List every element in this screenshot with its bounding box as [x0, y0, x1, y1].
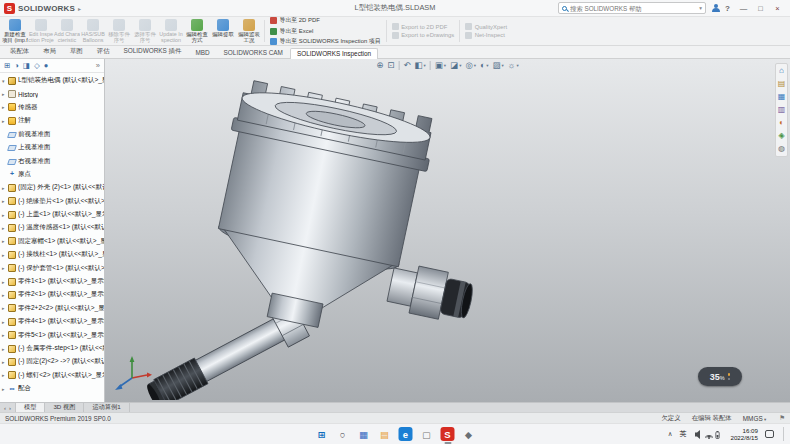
menu-expand-caret-icon[interactable]: ▸: [78, 5, 81, 12]
taskbar-file-explorer-icon[interactable]: ▤: [378, 427, 392, 441]
zoom-to-area-icon[interactable]: ⊡: [387, 60, 394, 70]
appearances-scenes-icon[interactable]: ◐: [779, 119, 784, 127]
tab-assembly[interactable]: 装配体: [3, 45, 36, 58]
tree-item[interactable]: ▸(-) 螺钉<2> (默认<<默认>_显示状态 1>): [0, 369, 104, 382]
side-connector[interactable]: [386, 261, 476, 325]
propertymanager-tab[interactable]: ◑: [14, 61, 19, 70]
tree-item[interactable]: 右视基准面: [0, 154, 104, 167]
tab-sketch[interactable]: 草图: [63, 45, 90, 58]
taskbar-app-dark-icon[interactable]: ◆: [462, 427, 476, 441]
tree-item[interactable]: +原点: [0, 168, 104, 181]
ime-indicator[interactable]: 英: [679, 429, 686, 439]
export-excel-button[interactable]: 导出至 Excel: [270, 27, 381, 36]
tree-item[interactable]: ▸零件2+2<2> (默认<<默认>_显示状态: [0, 302, 104, 315]
help-icon[interactable]: ?: [725, 4, 730, 13]
taskbar-task-view-icon[interactable]: ▦: [357, 427, 371, 441]
model-l-type-armored-thermocouple[interactable]: [105, 59, 790, 400]
file-explorer-icon[interactable]: ▦: [778, 93, 786, 101]
edit-inspection-method-button[interactable]: 编辑检查方式: [184, 18, 210, 44]
forum-icon[interactable]: ◍: [778, 145, 785, 153]
section-view-icon[interactable]: ◧▾: [415, 60, 426, 70]
taskbar-start-icon[interactable]: ⊞: [315, 427, 329, 441]
taskbar-clock[interactable]: 16:09 2022/8/15: [730, 427, 758, 442]
net-inspect-button[interactable]: Net-Inspect: [465, 32, 507, 39]
displaymanager-tab[interactable]: ●: [44, 61, 49, 70]
dimxpertmanager-tab[interactable]: ◇: [34, 61, 40, 70]
tab-mbd[interactable]: MBD: [188, 47, 216, 58]
panel-flyout-chevron[interactable]: »: [96, 61, 100, 70]
connection-head[interactable]: [195, 78, 507, 357]
update-inspection-button[interactable]: Update Inspection: [158, 18, 184, 44]
tree-item[interactable]: ▸传感器: [0, 101, 104, 114]
login-icon[interactable]: [711, 4, 720, 13]
taskbar-app-gray-icon[interactable]: ▢: [420, 427, 434, 441]
tab-evaluate[interactable]: 评估: [90, 45, 117, 58]
tab-solidworks-addins[interactable]: SOLIDWORKS 插件: [117, 45, 189, 58]
select-balloons-button[interactable]: 选择零件序号: [132, 18, 158, 44]
maximize-button[interactable]: □: [752, 1, 769, 15]
previous-view-icon[interactable]: ↶: [403, 60, 410, 70]
qualityxpert-button[interactable]: QualityXpert: [465, 23, 507, 30]
export-to-2d-pdf-button[interactable]: Export to 2D PDF: [392, 23, 455, 30]
doc-tab-model[interactable]: 模型: [16, 403, 45, 412]
export-inspection-project-button[interactable]: 导出至 SOLIDWORKS Inspection 项目: [270, 37, 381, 46]
tree-item[interactable]: ▸(-) 温度传感器<1> (默认<<默认>_显示状: [0, 221, 104, 234]
doc-tab-3d-views[interactable]: 3D 视图: [45, 403, 84, 412]
tree-item[interactable]: 上视基准面: [0, 141, 104, 154]
scroll-tabs-right-icon[interactable]: ›: [9, 405, 11, 411]
view-settings-icon[interactable]: ☼▾: [508, 60, 519, 70]
view-palette-icon[interactable]: ▥: [778, 106, 786, 114]
edit-extraction-button[interactable]: 编辑提取: [210, 18, 236, 44]
search-caret-icon[interactable]: ▾: [699, 5, 702, 11]
search-input[interactable]: [570, 5, 696, 12]
tree-item[interactable]: ▸(-) 固定(2)<2> ->? (默认<<默认>_显示状: [0, 355, 104, 368]
tab-layout[interactable]: 布局: [36, 45, 63, 58]
add-characteristic-button[interactable]: Add Characteristic: [54, 18, 80, 44]
has-sub-balloons-button[interactable]: HAS/SUB Balloons: [80, 18, 106, 44]
taskbar-solidworks-icon[interactable]: S: [441, 427, 455, 441]
close-button[interactable]: ×: [769, 1, 786, 15]
tree-item[interactable]: ▸(固定) 外壳 (2)<1> (默认<<默认>_显示状态: [0, 181, 104, 194]
display-style-icon[interactable]: ◪▾: [450, 60, 461, 70]
minimize-button[interactable]: —: [735, 1, 752, 15]
zoom-to-fit-icon[interactable]: ⊕: [376, 60, 383, 70]
tree-item[interactable]: ▸零件2<1> (默认<<默认>_显示状态 1>): [0, 288, 104, 301]
doc-tab-motion-study-1[interactable]: 运动算例1: [84, 403, 129, 412]
help-search-box[interactable]: ▾: [558, 2, 706, 14]
tree-item[interactable]: ▸(-) 绝缘垫片<1> (默认<<默认>_显示状态: [0, 195, 104, 208]
design-library-icon[interactable]: ▤: [778, 80, 786, 88]
hidden-icons-chevron[interactable]: ∧: [668, 430, 673, 438]
custom-properties-icon[interactable]: ◈: [778, 132, 784, 140]
taskbar-edge-icon[interactable]: e: [399, 427, 413, 441]
notifications-icon[interactable]: [765, 430, 774, 438]
tree-item[interactable]: ▸History: [0, 87, 104, 100]
edit-inspection-project-button[interactable]: Edit Inspection Project: [28, 18, 54, 44]
tree-item[interactable]: ▸固定塞帽<1> (默认<<默认>_显示状态: [0, 235, 104, 248]
tree-item[interactable]: 前视基准面: [0, 128, 104, 141]
tree-item[interactable]: ▸零件4<1> (默认<<默认>_显示状态 1>): [0, 315, 104, 328]
tree-item[interactable]: ▸注解: [0, 114, 104, 127]
show-desktop-button[interactable]: [783, 427, 785, 441]
tree-item[interactable]: ▸(-) 接线柱<1> (默认<<默认>_显示状态: [0, 248, 104, 261]
tree-item[interactable]: ▸(-) 会属零件-step<1> (默认<<默认>_显示: [0, 342, 104, 355]
new-inspection-project-button[interactable]: 新建检查项目 (imp.fo): [2, 18, 28, 44]
tree-item[interactable]: ▸(-) 保护套管<1> (默认<<默认>_显示状态: [0, 261, 104, 274]
tree-item[interactable]: ▸∞配合: [0, 382, 104, 395]
tree-item[interactable]: ▸(-) 上盖<1> (默认<<默认>_显示状态: [0, 208, 104, 221]
tab-solidworks-cam[interactable]: SOLIDWORKS CAM: [217, 47, 290, 58]
edit-appearance-icon[interactable]: ◐▾: [480, 60, 488, 70]
export-2d-pdf-button[interactable]: 导出至 2D PDF: [270, 16, 381, 25]
edit-mounting-button[interactable]: 编辑监装工况: [236, 18, 262, 44]
scroll-tabs-left-icon[interactable]: ‹: [4, 405, 6, 411]
status-tag-icon[interactable]: ⚑: [779, 414, 785, 422]
remove-balloons-button[interactable]: 移除零件序号: [106, 18, 132, 44]
featuremanager-tab[interactable]: ⊞: [4, 61, 10, 70]
hide-show-items-icon[interactable]: ◎▾: [465, 60, 476, 70]
tree-item[interactable]: ▸零件1<1> (默认<<默认>_显示状态 1>): [0, 275, 104, 288]
configurationmanager-tab[interactable]: ◨: [23, 61, 30, 70]
apply-scene-icon[interactable]: ▨▾: [493, 60, 504, 70]
taskbar-search-icon[interactable]: ○: [336, 427, 350, 441]
tree-item[interactable]: ▾L型铠装热电偶 (默认<默认>_显示状态-1: [0, 74, 104, 87]
tab-solidworks-inspection[interactable]: SOLIDWORKS Inspection: [290, 48, 378, 59]
view-orientation-icon[interactable]: ▣▾: [435, 60, 446, 70]
